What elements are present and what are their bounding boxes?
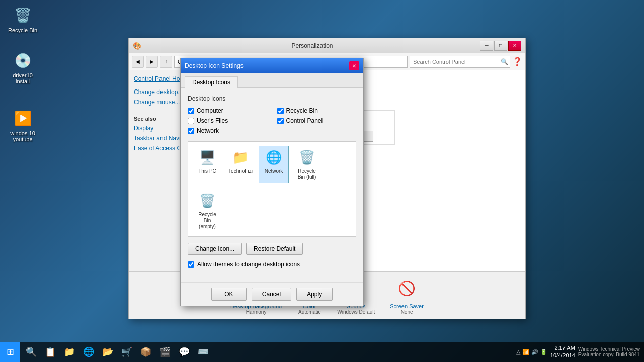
users-files-label: User's Files: [197, 117, 228, 124]
screen-saver-sub: None: [390, 309, 424, 315]
cancel-button[interactable]: Cancel: [252, 288, 291, 301]
color-sub: Automatic: [297, 309, 322, 315]
dialog-title: Desktop Icon Settings: [185, 62, 349, 69]
dialog-body: Desktop icons Computer Recycle Bin User'…: [181, 88, 363, 282]
recycle-bin-checkbox[interactable]: [277, 108, 284, 114]
taskbar-term[interactable]: ⌨️: [194, 343, 212, 361]
preview-network[interactable]: 🌐 Network: [259, 146, 289, 183]
windows-youtube-icon: ▶️: [13, 108, 33, 128]
desktop-icon-recycle-bin[interactable]: 🗑️ Recycle Bin: [5, 5, 40, 33]
control-panel-cb-label: Control Panel: [286, 117, 323, 124]
driver-install-label: driver10 install: [5, 72, 40, 84]
clock-time: 2:17 AM: [550, 344, 575, 352]
recycle-bin-cb-label: Recycle Bin: [286, 107, 318, 114]
taskbar-search[interactable]: 🔍: [22, 343, 40, 361]
checkbox-control-panel[interactable]: Control Panel: [277, 117, 357, 124]
driver-install-icon: 💿: [13, 50, 33, 70]
network-label: Network: [197, 127, 219, 134]
recycle-full-icon: 🗑️: [298, 148, 316, 166]
dialog-close-button[interactable]: ✕: [349, 61, 359, 70]
this-pc-icon-name: This PC: [195, 168, 220, 174]
checkbox-recycle-bin[interactable]: Recycle Bin: [277, 107, 357, 114]
start-button[interactable]: ⊞: [0, 342, 20, 362]
sounds-sub: Windows Default: [337, 309, 375, 315]
taskbar-chat[interactable]: 💬: [175, 343, 193, 361]
personalization-window-icon: 🎨: [133, 42, 141, 50]
screen-saver-item[interactable]: 🚫 Screen Saver None: [390, 276, 424, 315]
preview-recycle-empty[interactable]: 🗑️ Recycle Bin (empty): [192, 189, 222, 232]
back-button[interactable]: ◀: [132, 56, 144, 68]
maximize-button[interactable]: □: [494, 41, 507, 51]
preview-technofizi[interactable]: 📁 TechnoFizi: [225, 146, 256, 183]
windows-youtube-label: windos 10 youtube: [5, 130, 40, 142]
apply-button[interactable]: Apply: [296, 288, 333, 301]
change-icon-button[interactable]: Change Icon...: [188, 243, 242, 255]
taskbar-files[interactable]: 📂: [99, 343, 117, 361]
allow-themes-text: Allow themes to change desktop icons: [197, 261, 300, 268]
tab-desktop-icons[interactable]: Desktop Icons: [185, 76, 238, 88]
window-controls: ─ □ ✕: [480, 41, 521, 51]
checkboxes-grid: Computer Recycle Bin User's Files Contro…: [188, 107, 356, 134]
dialog-footer: OK Cancel Apply: [181, 282, 363, 306]
search-icon[interactable]: 🔍: [501, 58, 508, 65]
desktop-icon-settings-dialog: Desktop Icon Settings ✕ Desktop Icons De…: [180, 58, 364, 306]
taskbar-explorer[interactable]: 📁: [60, 343, 78, 361]
dialog-titlebar: Desktop Icon Settings ✕: [181, 58, 363, 73]
preview-this-pc[interactable]: 🖥️ This PC: [192, 146, 222, 183]
taskbar-zip[interactable]: 📦: [137, 343, 155, 361]
dialog-tabs: Desktop Icons: [181, 73, 363, 88]
network-icon: 🌐: [265, 148, 283, 166]
control-panel-checkbox[interactable]: [277, 118, 284, 124]
allow-themes-label[interactable]: Allow themes to change desktop icons: [188, 261, 356, 268]
taskbar-icons: 🔍 📋 📁 🌐 📂 🛒 📦 🎬 💬 ⌨️: [20, 343, 214, 361]
clock-date: 10/4/2014: [550, 352, 575, 359]
taskbar-right: △ 📶 🔊 🔋 2:17 AM 10/4/2014 Windows Techni…: [516, 344, 644, 360]
recycle-bin-label: Recycle Bin: [5, 27, 40, 33]
search-input[interactable]: [410, 56, 510, 68]
tray-volume[interactable]: 🔊: [531, 349, 538, 355]
desktop-icon-driver-install[interactable]: 💿 driver10 install: [5, 50, 40, 84]
taskbar-media[interactable]: 🎬: [156, 343, 174, 361]
checkbox-computer[interactable]: Computer: [188, 107, 267, 114]
desktop-icon-windows-youtube[interactable]: ▶️ windos 10 youtube: [5, 108, 40, 142]
help-button[interactable]: ❓: [512, 57, 522, 66]
taskbar-task-view[interactable]: 📋: [41, 343, 59, 361]
computer-checkbox[interactable]: [188, 108, 194, 114]
personalization-titlebar: 🎨 Personalization ─ □ ✕: [129, 38, 525, 53]
technofizi-icon-name: TechnoFizi: [228, 168, 253, 174]
windows-info: Windows Technical Preview Evaluation cop…: [578, 346, 640, 357]
technofizi-icon: 📁: [231, 148, 250, 166]
dialog-btn-row: Change Icon... Restore Default: [188, 243, 356, 255]
screen-saver-icon: 🚫: [394, 276, 420, 301]
recycle-bin-icon: 🗑️: [13, 5, 33, 25]
desktop-bg-sub: Harmony: [230, 309, 282, 315]
computer-label: Computer: [197, 107, 223, 114]
tray-arrow[interactable]: △: [516, 349, 520, 355]
close-button[interactable]: ✕: [508, 41, 521, 51]
taskbar: ⊞ 🔍 📋 📁 🌐 📂 🛒 📦 🎬 💬 ⌨️ △ 📶 🔊 🔋 2:17 AM 1…: [0, 342, 644, 362]
screen-saver-label: Screen Saver: [390, 303, 424, 309]
up-button[interactable]: ↑: [160, 56, 172, 68]
ok-button[interactable]: OK: [211, 288, 247, 301]
network-icon-name: Network: [261, 168, 286, 174]
checkbox-network[interactable]: Network: [188, 127, 267, 134]
forward-button[interactable]: ▶: [146, 56, 158, 68]
recycle-empty-icon: 🗑️: [198, 192, 216, 210]
minimize-button[interactable]: ─: [480, 41, 493, 51]
taskbar-store[interactable]: 🛒: [118, 343, 136, 361]
this-pc-icon: 🖥️: [198, 148, 216, 166]
users-files-checkbox[interactable]: [188, 118, 194, 124]
personalization-title: Personalization: [144, 42, 480, 49]
checkbox-users-files[interactable]: User's Files: [188, 117, 267, 124]
recycle-full-icon-name: Recycle Bin (full): [294, 168, 319, 180]
taskbar-ie[interactable]: 🌐: [79, 343, 98, 361]
icon-preview-area: 🖥️ This PC 📁 TechnoFizi 🌐 Network 🗑️ Rec…: [188, 141, 356, 237]
tray-battery[interactable]: 🔋: [540, 349, 547, 355]
preview-recycle-full[interactable]: 🗑️ Recycle Bin (full): [292, 146, 322, 183]
search-wrapper: 🔍: [410, 56, 510, 68]
allow-themes-checkbox[interactable]: [188, 261, 194, 268]
restore-default-button[interactable]: Restore Default: [246, 243, 303, 255]
network-checkbox[interactable]: [188, 128, 194, 134]
taskbar-clock[interactable]: 2:17 AM 10/4/2014: [550, 344, 575, 360]
tray-network[interactable]: 📶: [522, 349, 529, 355]
